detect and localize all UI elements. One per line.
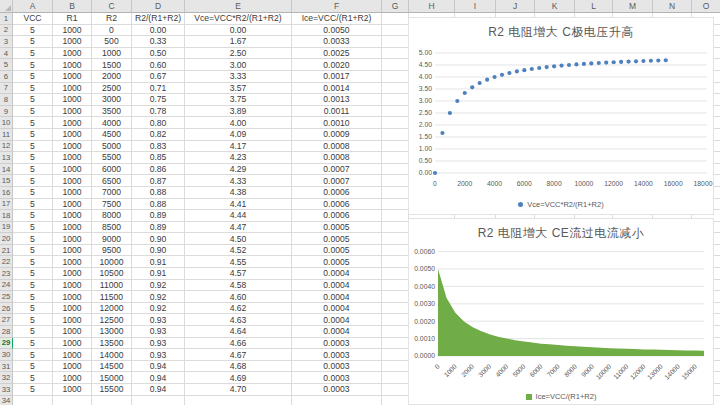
cell-G34[interactable] (382, 396, 409, 405)
cell-C7[interactable]: 2500 (92, 83, 132, 95)
cell-C5[interactable]: 1500 (92, 59, 132, 71)
row-header-2[interactable]: 2 (0, 25, 13, 37)
cell-E14[interactable]: 4.29 (185, 164, 292, 176)
cell-D6[interactable]: 0.67 (132, 71, 185, 83)
cell-E17[interactable]: 4.41 (185, 199, 292, 211)
col-header-J[interactable]: J (496, 0, 535, 13)
cell-F33[interactable]: 0.0003 (292, 384, 382, 396)
cell-G4[interactable] (382, 48, 409, 60)
cell-D25[interactable]: 0.92 (132, 291, 185, 303)
cell-C34[interactable] (92, 396, 132, 405)
cell-G10[interactable] (382, 117, 409, 129)
cell-F34[interactable] (292, 396, 382, 405)
cell-C15[interactable]: 6500 (92, 175, 132, 187)
cell-G19[interactable] (382, 222, 409, 234)
cell-C17[interactable]: 7500 (92, 199, 132, 211)
cell-A24[interactable]: 5 (13, 280, 53, 292)
cell-G1[interactable] (382, 13, 409, 25)
cell-E11[interactable]: 4.09 (185, 129, 292, 141)
cell-E27[interactable]: 4.63 (185, 314, 292, 326)
cell-D11[interactable]: 0.82 (132, 129, 185, 141)
cell-F7[interactable]: 0.0014 (292, 83, 382, 95)
row-header-11[interactable]: 11 (0, 129, 13, 141)
col-header-G[interactable]: G (382, 0, 409, 13)
cell-F9[interactable]: 0.0011 (292, 106, 382, 118)
cell-E18[interactable]: 4.44 (185, 210, 292, 222)
cell-G14[interactable] (382, 164, 409, 176)
cell-A2[interactable]: 5 (13, 25, 53, 37)
col-header-N[interactable]: N (653, 0, 692, 13)
cell-C24[interactable]: 11000 (92, 280, 132, 292)
cell-G22[interactable] (382, 256, 409, 268)
cell-B3[interactable]: 1000 (53, 36, 92, 48)
row-header-22[interactable]: 22 (0, 256, 13, 268)
cell-C25[interactable]: 11500 (92, 291, 132, 303)
cell-C1[interactable]: R2 (92, 13, 132, 25)
row-header-32[interactable]: 32 (0, 372, 13, 384)
cell-A12[interactable]: 5 (13, 141, 53, 153)
cell-B4[interactable]: 1000 (53, 48, 92, 60)
cell-A19[interactable]: 5 (13, 222, 53, 234)
cell-F1[interactable]: Ice=VCC/(R1+R2) (292, 13, 382, 25)
cell-A30[interactable]: 5 (13, 349, 53, 361)
cell-E19[interactable]: 4.47 (185, 222, 292, 234)
cell-G5[interactable] (382, 59, 409, 71)
cell-B25[interactable]: 1000 (53, 291, 92, 303)
row-header-25[interactable]: 25 (0, 291, 13, 303)
row-header-5[interactable]: 5 (0, 59, 13, 71)
cell-F8[interactable]: 0.0013 (292, 94, 382, 106)
cell-B20[interactable]: 1000 (53, 233, 92, 245)
cell-F11[interactable]: 0.0009 (292, 129, 382, 141)
row-header-30[interactable]: 30 (0, 349, 13, 361)
cell-D21[interactable]: 0.90 (132, 245, 185, 257)
cell-D10[interactable]: 0.80 (132, 117, 185, 129)
cell-A18[interactable]: 5 (13, 210, 53, 222)
cell-D4[interactable]: 0.50 (132, 48, 185, 60)
row-header-33[interactable]: 33 (0, 384, 13, 396)
cell-C14[interactable]: 6000 (92, 164, 132, 176)
cell-F22[interactable]: 0.0005 (292, 256, 382, 268)
cell-A14[interactable]: 5 (13, 164, 53, 176)
cell-E2[interactable]: 0.00 (185, 25, 292, 37)
cell-B2[interactable]: 1000 (53, 25, 92, 37)
cell-E13[interactable]: 4.23 (185, 152, 292, 164)
cell-B18[interactable]: 1000 (53, 210, 92, 222)
select-all-corner[interactable] (0, 0, 13, 13)
cell-G24[interactable] (382, 280, 409, 292)
cell-D28[interactable]: 0.93 (132, 326, 185, 338)
cell-D20[interactable]: 0.90 (132, 233, 185, 245)
cell-G8[interactable] (382, 94, 409, 106)
area-chart-ice[interactable]: R2 电阻增大 CE流过电流减小 0.00000.00100.00200.003… (408, 218, 714, 405)
cell-B1[interactable]: R1 (53, 13, 92, 25)
cell-C12[interactable]: 5000 (92, 141, 132, 153)
cell-D9[interactable]: 0.78 (132, 106, 185, 118)
cell-A5[interactable]: 5 (13, 59, 53, 71)
cell-C22[interactable]: 10000 (92, 256, 132, 268)
cell-D34[interactable] (132, 396, 185, 405)
cell-A23[interactable]: 5 (13, 268, 53, 280)
cell-G27[interactable] (382, 314, 409, 326)
cell-B8[interactable]: 1000 (53, 94, 92, 106)
cell-C28[interactable]: 13000 (92, 326, 132, 338)
cell-F4[interactable]: 0.0025 (292, 48, 382, 60)
cell-F24[interactable]: 0.0004 (292, 280, 382, 292)
row-header-12[interactable]: 12 (0, 141, 13, 153)
cell-D3[interactable]: 0.33 (132, 36, 185, 48)
cell-G9[interactable] (382, 106, 409, 118)
cell-C10[interactable]: 4000 (92, 117, 132, 129)
cell-E3[interactable]: 1.67 (185, 36, 292, 48)
col-header-C[interactable]: C (92, 0, 132, 13)
row-header-6[interactable]: 6 (0, 71, 13, 83)
cell-B33[interactable]: 1000 (53, 384, 92, 396)
cell-E29[interactable]: 4.66 (185, 338, 292, 350)
row-header-14[interactable]: 14 (0, 164, 13, 176)
cell-G26[interactable] (382, 303, 409, 315)
cell-D33[interactable]: 0.94 (132, 384, 185, 396)
cell-A34[interactable] (13, 396, 53, 405)
cell-F10[interactable]: 0.0010 (292, 117, 382, 129)
row-header-29[interactable]: 29 (0, 338, 13, 350)
cell-A13[interactable]: 5 (13, 152, 53, 164)
col-header-K[interactable]: K (535, 0, 575, 13)
cell-D26[interactable]: 0.92 (132, 303, 185, 315)
cell-C11[interactable]: 4500 (92, 129, 132, 141)
